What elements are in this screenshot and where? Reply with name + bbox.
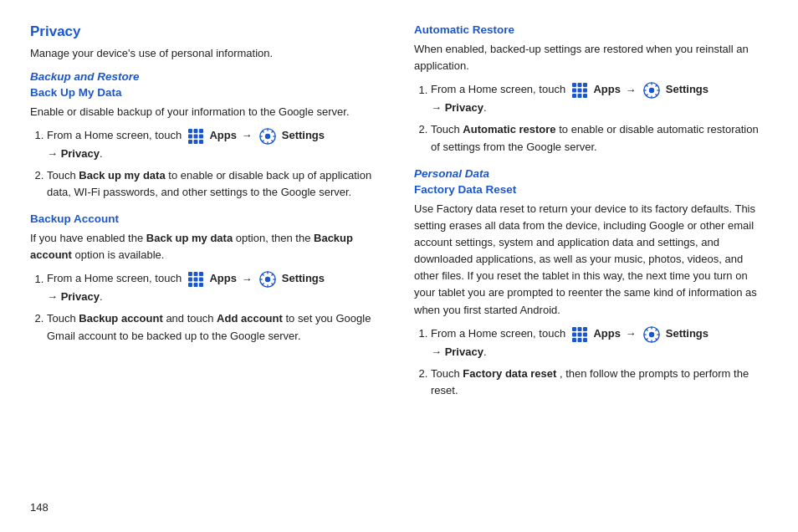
factory-steps: From a Home screen, touch [431, 325, 768, 399]
svg-rect-59 [583, 327, 587, 331]
factory-body: Use Factory data reset to return your de… [414, 201, 768, 319]
backup-restore-block: Backup and Restore Back Up My Data Enabl… [30, 70, 384, 202]
svg-rect-64 [577, 338, 581, 342]
svg-line-73 [656, 338, 657, 340]
svg-rect-21 [199, 272, 203, 276]
svg-rect-23 [193, 278, 197, 282]
svg-line-56 [656, 85, 657, 87]
svg-line-75 [656, 329, 657, 330]
settings-gear-icon-3 [642, 81, 661, 100]
svg-rect-45 [577, 94, 581, 98]
apps-grid-icon-4 [570, 325, 589, 344]
svg-rect-26 [193, 283, 197, 287]
privacy-intro: Manage your device's use of personal inf… [30, 45, 384, 62]
back-up-body: Enable or disable backup of your informa… [30, 104, 384, 120]
right-column: Automatic Restore When enabled, backed-u… [414, 23, 768, 411]
page-number: 148 [30, 501, 49, 514]
svg-rect-3 [188, 134, 192, 138]
svg-rect-39 [577, 83, 581, 87]
auto-restore-steps: From a Home screen, touch [431, 81, 768, 155]
svg-rect-38 [572, 83, 576, 87]
auto-restore-step2: Touch Automatic restore to enable or dis… [431, 121, 768, 155]
svg-line-17 [263, 140, 264, 141]
svg-rect-25 [188, 283, 192, 287]
apps-grid-icon-1 [187, 127, 205, 146]
page-layout: Privacy Manage your device's use of pers… [30, 23, 768, 411]
personal-data-block: Personal Data Factory Data Reset Use Fac… [414, 167, 768, 399]
svg-line-55 [647, 95, 648, 96]
svg-line-37 [272, 274, 274, 276]
svg-line-15 [263, 130, 264, 132]
svg-rect-5 [199, 134, 203, 138]
back-up-steps: From a Home screen, touch [47, 127, 384, 201]
settings-gear-icon-2 [258, 270, 277, 289]
svg-point-29 [265, 277, 270, 282]
svg-rect-63 [572, 338, 576, 342]
svg-point-48 [649, 88, 654, 93]
svg-rect-1 [193, 129, 197, 133]
svg-line-34 [263, 274, 264, 276]
svg-rect-4 [193, 134, 197, 138]
privacy-title: Privacy [30, 23, 384, 40]
backup-account-label: Backup Account [30, 212, 384, 225]
svg-rect-6 [188, 140, 192, 144]
backup-account-body: If you have enabled the Back up my data … [30, 230, 384, 263]
automatic-restore-label: Automatic Restore [414, 23, 768, 36]
svg-rect-20 [193, 272, 197, 276]
auto-restore-body: When enabled, backed-up settings are res… [414, 41, 768, 74]
svg-rect-42 [577, 89, 581, 93]
svg-line-16 [272, 140, 274, 141]
svg-line-74 [647, 338, 648, 340]
back-up-step1-text: From a Home screen, touch [47, 129, 325, 160]
apps-grid-icon-3 [570, 81, 589, 100]
left-column: Privacy Manage your device's use of pers… [30, 23, 384, 411]
svg-rect-60 [572, 332, 576, 336]
svg-rect-44 [572, 94, 576, 98]
backup-account-block: Backup Account If you have enabled the B… [30, 212, 384, 345]
svg-point-67 [649, 331, 654, 336]
svg-rect-58 [577, 327, 581, 331]
svg-line-35 [272, 284, 274, 285]
svg-rect-40 [583, 83, 587, 87]
svg-rect-0 [188, 129, 192, 133]
svg-rect-19 [188, 272, 192, 276]
svg-rect-43 [583, 89, 587, 93]
svg-rect-7 [193, 140, 197, 144]
backup-account-steps: From a Home screen, touch [47, 270, 384, 344]
back-up-my-data-label: Back Up My Data [30, 86, 384, 99]
personal-data-label: Personal Data [414, 167, 768, 180]
svg-rect-41 [572, 89, 576, 93]
backup-acct-step2: Touch Backup account and touch Add accou… [47, 310, 384, 344]
automatic-restore-block: Automatic Restore When enabled, backed-u… [414, 23, 768, 156]
svg-rect-24 [199, 278, 203, 282]
apps-grid-icon-2 [187, 270, 205, 289]
svg-line-54 [656, 95, 657, 96]
svg-rect-27 [199, 283, 203, 287]
factory-step2: Touch Factory data reset , then follow t… [431, 366, 768, 399]
svg-rect-46 [583, 94, 587, 98]
settings-gear-icon-4 [642, 325, 661, 344]
svg-line-72 [647, 329, 648, 330]
settings-gear-icon-1 [258, 127, 277, 146]
backup-restore-label: Backup and Restore [30, 70, 384, 83]
svg-line-36 [263, 284, 264, 285]
svg-rect-57 [572, 327, 576, 331]
svg-line-18 [272, 130, 274, 132]
svg-rect-2 [199, 129, 203, 133]
factory-step1: From a Home screen, touch [431, 325, 768, 361]
back-up-step1: From a Home screen, touch [47, 127, 384, 162]
svg-rect-62 [583, 332, 587, 336]
auto-restore-step1: From a Home screen, touch [431, 81, 768, 116]
svg-rect-8 [199, 140, 203, 144]
factory-data-reset-label: Factory Data Reset [414, 183, 768, 196]
backup-acct-step1: From a Home screen, touch [47, 270, 384, 305]
svg-line-53 [647, 85, 648, 87]
svg-point-10 [265, 133, 270, 138]
svg-rect-65 [583, 338, 587, 342]
svg-rect-22 [188, 278, 192, 282]
svg-rect-61 [577, 332, 581, 336]
back-up-step2: Touch Back up my data to enable or disab… [47, 167, 384, 201]
